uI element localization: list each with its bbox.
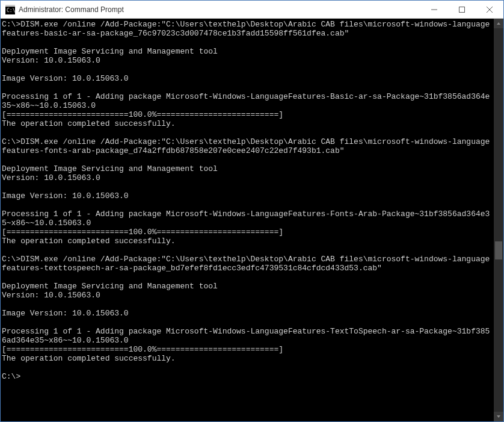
scroll-thumb[interactable] (495, 241, 502, 259)
svg-rect-4 (459, 7, 465, 12)
scroll-down-arrow[interactable] (494, 412, 503, 421)
svg-text:C:\: C:\ (7, 8, 15, 13)
window-titlebar[interactable]: C:\ Administrator: Command Prompt (1, 1, 503, 19)
svg-rect-1 (5, 5, 15, 7)
window-title: Administrator: Command Prompt (19, 5, 124, 14)
svg-marker-7 (497, 22, 500, 25)
minimize-button[interactable] (420, 1, 448, 19)
terminal-output[interactable]: C:\>DISM.exe /online /Add-Package:"C:\Us… (1, 19, 494, 421)
close-button[interactable] (476, 1, 503, 19)
terminal-area: C:\>DISM.exe /online /Add-Package:"C:\Us… (1, 19, 503, 421)
maximize-button[interactable] (448, 1, 476, 19)
scroll-up-arrow[interactable] (494, 19, 503, 28)
svg-marker-8 (497, 415, 500, 418)
cmd-icon: C:\ (5, 5, 15, 14)
vertical-scrollbar[interactable] (494, 19, 503, 421)
